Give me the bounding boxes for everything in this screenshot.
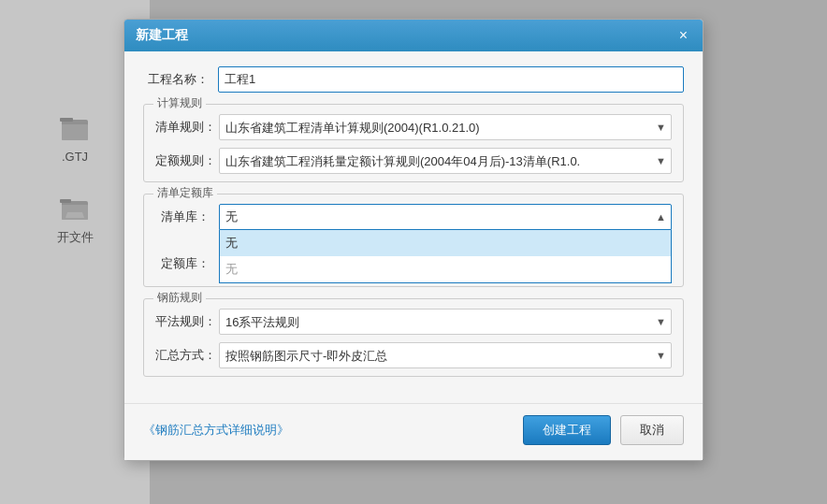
dialog-title: 新建工程 [136, 27, 188, 44]
project-name-row: 工程名称： [143, 66, 684, 93]
qingdan-store-group: 清单定额库 清单库： 无 ▲ 无 无 [143, 194, 684, 287]
dialog-footer: 《钢筋汇总方式详细说明》 创建工程 取消 [124, 403, 703, 460]
qingdan-select-wrapper: 山东省建筑工程清单计算规则(2004)(R1.0.21.0) ▼ [219, 114, 672, 140]
dingeku-label: 定额库： [155, 255, 219, 272]
rebar-summary-link[interactable]: 《钢筋汇总方式详细说明》 [143, 422, 289, 439]
dialog-overlay: 新建工程 × 工程名称： 计算规则 清单规则： 山东省建筑 [0, 0, 827, 504]
footer-buttons: 创建工程 取消 [523, 415, 684, 445]
qingdanku-dropdown-list: 无 无 [219, 230, 672, 283]
qingdanku-field[interactable]: 无 [219, 204, 672, 230]
qingdan-select[interactable]: 山东省建筑工程清单计算规则(2004)(R1.0.21.0) [219, 114, 672, 140]
dropdown-item-wu1[interactable]: 无 [220, 230, 671, 256]
summary-select-wrapper: 按照钢筋图示尺寸-即外皮汇总 ▼ [219, 342, 672, 368]
dropdown-item-wu2[interactable]: 无 [220, 256, 671, 282]
qingdan-label: 清单规则： [155, 119, 219, 136]
calc-rules-group-title: 计算规则 [153, 95, 206, 111]
project-name-input[interactable] [218, 66, 684, 93]
qingdanku-value: 无 [225, 209, 238, 225]
pingfa-row: 平法规则： 16系平法规则 ▼ [155, 309, 672, 335]
project-name-label: 工程名称： [143, 71, 218, 88]
qingdan-store-group-title: 清单定额库 [153, 185, 217, 201]
qingdanku-row: 清单库： 无 ▲ 无 无 [155, 204, 672, 230]
calc-rules-group: 计算规则 清单规则： 山东省建筑工程清单计算规则(2004)(R1.0.21.0… [143, 104, 684, 182]
dialog-close-button[interactable]: × [675, 28, 691, 43]
qingdanku-dropdown-container: 无 ▲ 无 无 [219, 204, 672, 230]
qingdanku-label: 清单库： [155, 209, 219, 225]
cancel-button[interactable]: 取消 [620, 415, 684, 445]
qingdan-row: 清单规则： 山东省建筑工程清单计算规则(2004)(R1.0.21.0) ▼ [155, 114, 672, 140]
dinge-row: 定额规则： 山东省建筑工程消耗量定额计算规则(2004年04月后)-13清单(R… [155, 148, 672, 174]
pingfa-label: 平法规则： [155, 313, 219, 330]
pingfa-select[interactable]: 16系平法规则 [219, 309, 672, 335]
summary-select[interactable]: 按照钢筋图示尺寸-即外皮汇总 [219, 342, 672, 368]
dinge-select[interactable]: 山东省建筑工程消耗量定额计算规则(2004年04月后)-13清单(R1.0. [219, 148, 672, 174]
dialog-titlebar: 新建工程 × [124, 20, 703, 51]
rebar-rules-group: 钢筋规则 平法规则： 16系平法规则 ▼ 汇总方式： [143, 298, 684, 377]
rebar-rules-group-title: 钢筋规则 [153, 290, 206, 306]
create-project-button[interactable]: 创建工程 [523, 415, 611, 445]
new-project-dialog: 新建工程 × 工程名称： 计算规则 清单规则： 山东省建筑 [123, 19, 704, 461]
summary-row: 汇总方式： 按照钢筋图示尺寸-即外皮汇总 ▼ [155, 342, 672, 368]
summary-label: 汇总方式： [155, 347, 219, 364]
dinge-label: 定额规则： [155, 152, 219, 169]
project-name-field-wrapper [218, 66, 684, 93]
dinge-select-wrapper: 山东省建筑工程消耗量定额计算规则(2004年04月后)-13清单(R1.0. ▼ [219, 148, 672, 174]
dialog-body: 工程名称： 计算规则 清单规则： 山东省建筑工程清单计算规则(2004)(R1.… [124, 51, 703, 403]
pingfa-select-wrapper: 16系平法规则 ▼ [219, 309, 672, 335]
